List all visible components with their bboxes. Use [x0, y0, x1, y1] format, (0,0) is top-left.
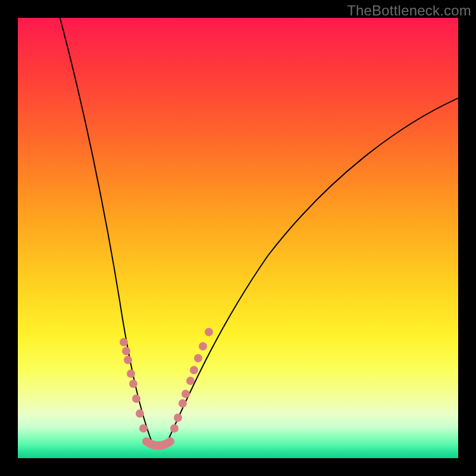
dot: [199, 342, 207, 350]
chart-svg: [18, 18, 458, 458]
dot: [139, 424, 148, 433]
outer-frame: TheBottleneck.com: [0, 0, 476, 476]
dot: [186, 377, 195, 385]
dot: [129, 380, 137, 388]
watermark-text: TheBottleneck.com: [347, 2, 471, 19]
dot: [127, 369, 135, 378]
dot: [178, 399, 187, 408]
dot: [174, 414, 182, 422]
dot: [132, 394, 140, 403]
dot: [170, 424, 178, 433]
dot: [122, 347, 130, 355]
dot: [120, 338, 128, 346]
dot: [190, 366, 198, 374]
valley-nub: [146, 441, 170, 446]
dot: [124, 356, 132, 364]
plot-area: [18, 18, 458, 458]
curve-left-branch: [54, 18, 152, 443]
dot: [136, 409, 144, 418]
curve-right-branch: [167, 98, 458, 443]
dot: [205, 328, 213, 336]
dot: [181, 390, 190, 398]
dots-right: [170, 328, 213, 433]
dot: [194, 354, 202, 362]
